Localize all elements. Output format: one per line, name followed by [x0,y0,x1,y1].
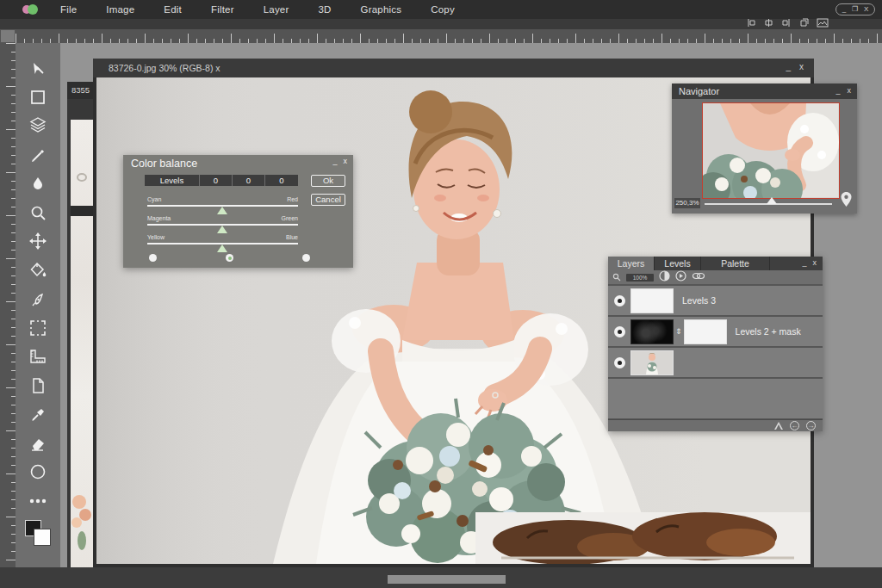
menu-graphics[interactable]: Graphics [361,4,402,15]
navigator-panel: Navigator _ x 250,3% [672,84,857,214]
layer-thumbnail-white[interactable] [630,288,674,313]
brush-tool[interactable] [27,144,49,166]
tab-layers[interactable]: Layers [608,257,655,270]
green-label: Green [282,215,298,221]
horizontal-scrollbar-thumb[interactable] [388,575,506,584]
new-page-tool[interactable] [27,374,49,397]
highlights-radio[interactable] [302,254,310,262]
menu-file[interactable]: File [60,4,77,15]
paint-bucket-tool[interactable] [27,259,49,282]
slider-thumb[interactable] [217,244,227,252]
ellipse-tool[interactable] [27,461,49,483]
tab-palette[interactable]: Palette [701,257,770,270]
link-icon[interactable] [692,269,705,285]
midtones-radio[interactable] [226,254,233,262]
layer-photo-thumbnail[interactable] [630,350,674,375]
dialog-title[interactable]: Color balance [131,158,197,170]
minimize-icon[interactable]: _ [842,6,846,13]
flower-fragment [71,517,82,528]
minimize-icon[interactable]: _ [786,59,791,77]
menu-filter[interactable]: Filter [211,4,234,15]
shadows-radio[interactable] [149,254,157,262]
pen-tool[interactable] [27,288,49,310]
slider-thumb[interactable] [217,207,227,214]
slider-thumb[interactable] [217,226,227,233]
layer-thumbnail-white[interactable] [684,319,727,344]
zoom-tool[interactable] [27,201,49,224]
duplicate-icon[interactable] [798,18,809,30]
document-behind-body [67,99,96,567]
mask-link-icon[interactable]: ⇕ [675,327,682,336]
selection-arrow-tool[interactable] [27,57,49,79]
contrast-icon[interactable] [659,269,670,285]
droplet-tool[interactable] [27,172,49,195]
layer-row-background[interactable] [608,347,823,377]
move-tool[interactable] [27,230,49,252]
measure-ruler-tool[interactable] [27,345,49,368]
location-pin-icon[interactable] [841,192,852,210]
restore-icon[interactable]: ❐ [852,6,858,13]
yellow-blue-slider[interactable]: Yellow Blue [147,234,298,251]
magenta-green-slider[interactable]: Magenta Green [147,215,298,232]
tab-levels[interactable]: Levels [655,257,701,270]
document-window-controls: _ x [786,59,804,77]
foreground-color-swatch[interactable] [34,529,51,546]
minimize-icon[interactable]: _ [835,84,840,99]
menu-copy[interactable]: Copy [431,4,455,15]
layer-mask-thumbnail[interactable] [630,319,674,344]
minimize-icon[interactable]: _ [332,157,337,165]
cyan-red-slider[interactable]: Cyan Red [147,196,298,214]
document-title-bar[interactable]: 83726-0.jpg 30% (RGB-8) x [93,59,814,77]
layer-row-levels-3[interactable]: Levels 3 [608,285,823,315]
close-icon[interactable]: x [799,59,804,77]
close-icon[interactable]: X [864,6,868,13]
vertical-ruler [0,43,16,588]
status-bar [0,567,882,588]
eraser-tool[interactable] [27,432,49,455]
eyedropper-tool[interactable] [27,403,49,425]
eye-icon[interactable] [614,357,625,368]
more-options-icon[interactable] [27,490,49,512]
opacity-value[interactable]: 100% [626,274,654,282]
close-icon[interactable]: x [344,157,348,165]
ok-button[interactable]: Ok [311,175,345,187]
close-icon[interactable]: x [848,84,852,99]
navigator-title-bar[interactable]: Navigator [672,84,857,99]
level-value-2[interactable]: 0 [233,175,265,186]
next-icon[interactable]: → [806,421,816,430]
layer-label: Levels 2 + mask [736,326,801,337]
document-behind-photo [71,120,93,581]
transform-select-tool[interactable] [27,317,49,339]
menu-3d[interactable]: 3D [318,4,331,15]
image-placeholder-icon[interactable] [817,18,829,30]
document-window-behind[interactable]: 8355 [67,82,96,567]
play-icon[interactable] [675,269,686,285]
minimize-icon[interactable]: _ [802,257,806,270]
menu-layer[interactable]: Layer [264,4,289,15]
menu-image[interactable]: Image [106,4,134,15]
align-left-icon[interactable] [747,18,756,30]
align-center-icon[interactable] [764,18,773,30]
navigator-preview[interactable] [702,102,840,199]
navigator-zoom-value[interactable]: 250,3% [674,198,700,208]
window-controls: _ ❐ X [835,3,875,15]
layer-row-levels-2-mask[interactable]: ⇕ Levels 2 + mask [608,316,823,346]
previous-icon[interactable]: ← [790,421,799,430]
menu-edit[interactable]: Edit [164,4,182,15]
warning-triangle-icon[interactable] [774,422,783,430]
navigator-slider-thumb[interactable] [767,197,777,204]
layers-stack-tool[interactable] [27,115,49,137]
close-icon[interactable]: x [813,257,817,270]
document-behind-title[interactable]: 8355 [67,82,96,99]
eye-icon[interactable] [614,326,625,337]
navigator-window-controls: _ x [835,84,851,99]
cancel-button[interactable]: Cancel [311,194,345,206]
level-value-3[interactable]: 0 [265,175,298,186]
color-balance-dialog: Color balance _ x Levels 0 0 0 Ok Cancel… [123,155,353,268]
level-value-1[interactable]: 0 [200,175,233,186]
rectangle-marquee-tool[interactable] [27,86,49,108]
navigator-zoom-slider[interactable] [705,203,832,205]
eye-icon[interactable] [614,295,625,306]
color-swatches[interactable] [25,520,51,546]
align-right-icon[interactable] [781,18,791,30]
